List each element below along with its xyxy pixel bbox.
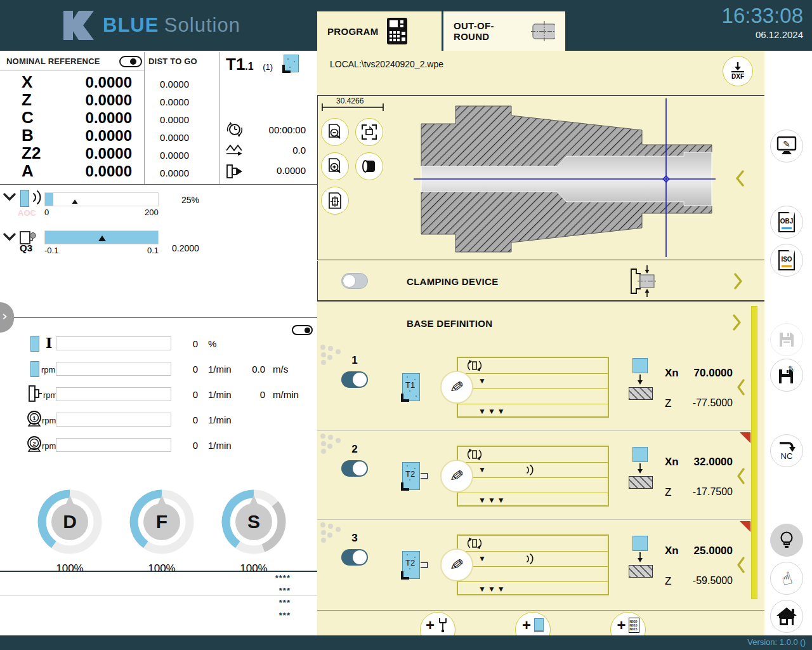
base-definition-title: BASE DEFINITION [407,318,492,329]
app-header: BLUE Solution 16:33:08 06.12.2024 PROGRA… [0,0,812,51]
base-row-1-edit-button[interactable]: ✎ [440,371,473,404]
dist-to-go-label: DIST TO GO [148,56,197,66]
view-3d-button[interactable] [355,152,383,180]
base-row-3-tool-icon[interactable]: T2 [402,551,420,579]
screen-edit-button[interactable]: ✎ [770,129,803,162]
base-row-1-xn-value: 70.0000 [666,367,733,380]
q3-label: Q3 [20,242,32,253]
program-path: LOCAL:\tvs20240920_2.wpe [330,59,443,69]
gauge-d-letter: D [63,511,77,532]
aoc-collapse-chevron[interactable] [3,192,16,204]
base-row-number: 2 [341,443,368,456]
base-row-2-chevron[interactable] [737,468,745,484]
tab-out-of-round[interactable]: OUT-OF-ROUND [443,11,565,51]
gauge-d[interactable]: D 100% [32,484,108,575]
spindle2-icon [30,361,39,377]
rotary-axis-icon [467,537,482,550]
current-input[interactable] [56,336,171,350]
select-arrow-icon[interactable]: ▼ [478,376,488,385]
rotary-axis-icon [467,448,482,461]
base-row-3-edit-button[interactable]: ✎ [440,548,473,581]
probe-workpiece-icon [632,447,648,462]
motor-2-icon: 2 [25,435,43,456]
base-definition-expand-chevron[interactable] [732,314,741,331]
base-row-3-z-value: -59.5000 [666,575,733,587]
touch-mode-button[interactable]: ☝ [770,562,803,595]
base-row-number: 3 [341,532,368,545]
light-mode-button[interactable] [770,524,803,557]
motor-1-input[interactable] [56,413,171,427]
home-button[interactable] [770,600,803,633]
axis-table: X0.00000.0000 Z0.00000.0000 C0.00000.000… [22,72,189,179]
nc-export-button[interactable]: NC [770,434,803,467]
obj-file-button[interactable]: OBJ [770,206,803,239]
base-row-1-tool-icon[interactable]: T1 [402,373,420,401]
probe-base-icon [629,476,653,489]
base-row-3-toggle[interactable] [341,549,368,566]
probe-base-icon [629,387,653,400]
probe-workpiece-icon [632,536,648,551]
cycle-time-value: 00:00:00 [242,124,306,135]
base-row-2-tool-icon[interactable]: T2 [402,462,420,490]
aoc-value: 25% [181,195,199,205]
zoom-out-button[interactable] [321,118,349,146]
base-row-number: 1 [341,354,368,367]
tool-spindle-unit: 1/min [208,389,232,400]
base-row-3-def-box: ▼ ▼▼▼ [457,534,609,595]
q3-collapse-chevron[interactable] [3,232,16,244]
spindle2-rpm-label: rpm [41,365,55,375]
workpiece-view-button[interactable] [321,187,349,215]
rotary-axis-icon [467,359,482,372]
axis-value: 0.0000 [56,162,132,180]
brand-name-light: Solution [164,14,240,36]
zoom-in-button[interactable] [321,152,349,180]
multi-select-arrow-icon[interactable]: ▼▼▼ [478,407,507,416]
clamping-device-icon [625,265,659,300]
base-row-1-chevron[interactable] [737,379,745,395]
probe-base-icon [629,565,653,578]
motor-2-input[interactable] [56,438,171,452]
save-as-button[interactable]: ✎ [770,359,803,392]
base-row-3-chevron[interactable] [737,557,745,573]
axis-name: Z [22,90,56,110]
spindle2-unit2: m/s [273,364,288,375]
base-row-3-alert-icon [740,521,750,532]
multi-select-arrow-icon[interactable]: ▼▼▼ [478,585,507,594]
base-row-2-toggle[interactable] [341,460,368,477]
iso-file-button[interactable]: ISO [770,244,803,277]
select-arrow-icon[interactable]: ▼ [478,465,488,474]
active-tool: T1.1 (1) [226,55,273,74]
base-row-1-toggle[interactable] [341,371,368,388]
aoc-slider[interactable] [44,192,159,206]
drawing-collapse-chevron[interactable] [736,170,745,187]
probe-arrow-icon [635,463,645,475]
tab-program[interactable]: PROGRAM [317,11,442,51]
q3-slider[interactable] [44,230,159,244]
fit-view-button[interactable] [355,118,383,146]
gauge-s[interactable]: S 100% [216,484,292,575]
tool-spindle-input[interactable] [56,387,171,401]
svg-text:2: 2 [32,441,36,447]
clamping-device-toggle[interactable] [341,273,368,289]
hand-icon: ☝ [779,567,794,589]
clamping-expand-chevron[interactable] [733,273,742,289]
status-line: *** [252,611,291,620]
tool-edge: .1 [245,61,253,72]
q3-min: -0.1 [44,246,58,255]
feed-icon [225,143,244,160]
gauge-f[interactable]: F 100% [124,484,200,575]
select-arrow-icon[interactable]: ▼ [478,554,488,563]
dxf-label: DXF [731,71,744,80]
probe-tool-icon [437,617,450,633]
clock-date: 06.12.2024 [722,29,803,40]
base-row-2-edit-button[interactable]: ✎ [440,460,473,493]
base-definition-scrollbar[interactable] [751,306,757,599]
nominal-reference-toggle[interactable] [119,56,142,67]
manual-section-toggle[interactable] [292,325,313,335]
multi-select-arrow-icon[interactable]: ▼▼▼ [478,496,507,505]
k-logo-icon [63,11,96,40]
dxf-export-button[interactable]: DXF [723,56,753,86]
tool-spindle-value: 0 [184,389,198,400]
drawer-handle[interactable]: › [0,302,14,333]
spindle2-input[interactable] [56,362,171,376]
